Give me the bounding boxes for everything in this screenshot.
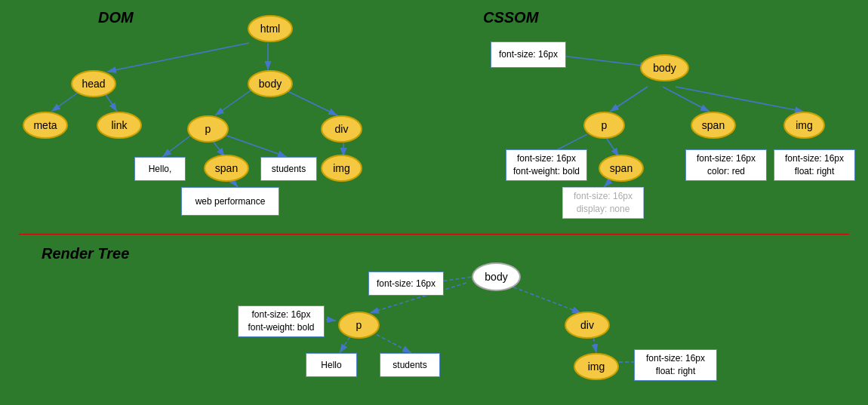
render-box-p: font-size: 16px font-weight: bold <box>238 305 325 337</box>
svg-line-15 <box>663 87 709 112</box>
cssom-box-img: font-size: 16px float: right <box>774 149 855 181</box>
render-body-node: body <box>472 262 521 291</box>
cssom-p-node: p <box>583 112 625 139</box>
cssom-box-body: font-size: 16px <box>491 41 566 68</box>
dom-img-node: img <box>321 155 362 182</box>
dom-body-node: body <box>248 70 293 97</box>
svg-line-10 <box>223 134 287 157</box>
dom-link-node: link <box>97 112 142 139</box>
cssom-title: CSSOM <box>483 9 538 26</box>
svg-line-6 <box>215 89 253 115</box>
dom-span-node: span <box>204 155 249 182</box>
render-div-node: div <box>565 311 610 339</box>
svg-line-7 <box>283 89 337 115</box>
dom-head-node: head <box>71 70 116 97</box>
arrows-svg <box>0 0 868 405</box>
svg-line-8 <box>162 134 192 157</box>
cssom-box-p: font-size: 16px font-weight: bold <box>506 149 587 181</box>
dom-p-node: p <box>187 115 229 143</box>
render-students-node: students <box>380 353 440 377</box>
render-title: Render Tree <box>42 245 129 262</box>
dom-title: DOM <box>98 9 134 26</box>
cssom-img-node: img <box>783 112 825 139</box>
diagram-container: DOM CSSOM html head body meta link p div… <box>0 0 868 405</box>
dom-web-performance-node: web performance <box>181 187 279 216</box>
dom-hello-node: Hello, <box>134 157 186 181</box>
cssom-body-node: body <box>640 54 689 81</box>
svg-line-25 <box>371 332 411 353</box>
svg-line-13 <box>555 55 649 66</box>
render-box-body: font-size: 16px <box>368 272 444 296</box>
cssom-box-span: font-size: 16px color: red <box>685 149 767 181</box>
render-box-img: font-size: 16px float: right <box>634 349 717 381</box>
svg-line-14 <box>610 87 648 112</box>
svg-line-2 <box>107 43 249 72</box>
dom-div-node: div <box>321 115 362 143</box>
dom-html-node: html <box>248 15 293 42</box>
cssom-span-top-node: span <box>691 112 736 139</box>
render-p-node: p <box>338 311 380 339</box>
cssom-box-span-p: font-size: 16px display: none <box>562 187 644 219</box>
section-divider <box>19 234 849 235</box>
dom-students-node: students <box>260 157 317 181</box>
cssom-span-p-node: span <box>599 155 644 182</box>
svg-line-16 <box>676 87 804 112</box>
render-img-node: img <box>574 353 619 380</box>
render-hello-node: Hello <box>306 353 357 377</box>
svg-line-22 <box>502 283 581 313</box>
dom-meta-node: meta <box>23 112 68 139</box>
